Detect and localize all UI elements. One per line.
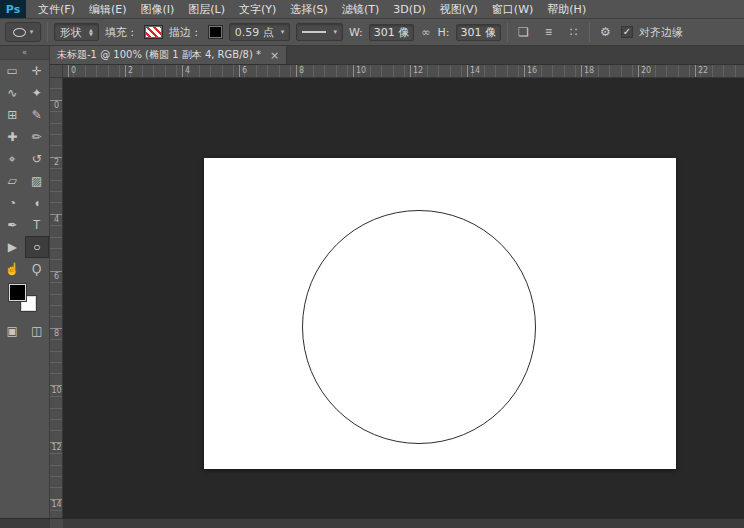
ruler-label: 0	[68, 65, 76, 78]
ruler-label: 20	[638, 65, 651, 78]
ruler-label: 4	[50, 214, 63, 225]
ruler-label: 2	[125, 65, 133, 78]
hand-tool[interactable]: ☝	[0, 258, 25, 280]
rectangular-marquee-tool[interactable]: ▭	[0, 60, 25, 82]
menu-item[interactable]: 编辑(E)	[82, 2, 134, 17]
blur-tool[interactable]: ◔	[0, 192, 25, 214]
pen-tool[interactable]: ✒	[0, 214, 25, 236]
tool-preset-picker[interactable]: ▾	[5, 22, 41, 42]
gradient-tool[interactable]: ▨	[25, 170, 50, 192]
menu-item[interactable]: 3D(D)	[386, 3, 433, 16]
healing-brush-tool[interactable]: ✚	[0, 126, 25, 148]
align-edges-checkbox[interactable]: ✓	[621, 26, 633, 38]
canvas-viewport[interactable]	[63, 78, 744, 528]
height-label: H:	[438, 26, 450, 39]
scrollbar-corner	[50, 519, 63, 528]
ruler-label: 4	[182, 65, 190, 78]
tool-buttons: ▭✛∿✦⊞✎✚✏⌖↺▱▨◔◖✒T▶○☝Ϙ	[0, 60, 49, 280]
dodge-tool[interactable]: ◖	[25, 192, 50, 214]
document-area: 未标题-1 @ 100% (椭圆 1 副本 4, RGB/8) * × 0246…	[50, 46, 744, 528]
stroke-width-select[interactable]: 0.59 点 ▾	[229, 23, 291, 41]
screen-mode-button[interactable]: ◫	[25, 320, 50, 342]
eyedropper-tool[interactable]: ✎	[25, 104, 50, 126]
move-tool[interactable]: ✛	[25, 60, 50, 82]
menu-item[interactable]: 文字(Y)	[232, 2, 283, 17]
path-operations-button[interactable]: ❏	[514, 23, 533, 42]
gear-icon[interactable]: ⚙	[596, 23, 615, 42]
quick-selection-tool[interactable]: ✦	[25, 82, 50, 104]
color-swatches	[9, 284, 41, 316]
toolbar-extra-buttons: ▣◫	[0, 320, 49, 342]
divider	[507, 22, 508, 42]
ruler-label: 14	[467, 65, 480, 78]
ruler-label: 16	[524, 65, 537, 78]
menu-item[interactable]: 视图(V)	[433, 2, 485, 17]
ruler-label: 22	[695, 65, 708, 78]
shape-width-field[interactable]: 301 像	[369, 24, 415, 41]
tool-mode-select[interactable]: 形状 ▲▼	[54, 23, 99, 41]
menu-item[interactable]: 滤镜(T)	[335, 2, 386, 17]
chevron-down-icon: ▾	[333, 29, 337, 36]
document-canvas[interactable]	[204, 158, 676, 469]
divider	[589, 22, 590, 42]
stroke-width-value: 0.59 点	[235, 25, 274, 40]
photoshop-logo: Ps	[0, 0, 26, 18]
ellipse-shape	[302, 210, 536, 444]
clone-stamp-tool[interactable]: ⌖	[0, 148, 25, 170]
quick-mask-mode-button[interactable]: ▣	[0, 320, 25, 342]
document-tab-title: 未标题-1 @ 100% (椭圆 1 副本 4, RGB/8) *	[57, 48, 261, 62]
ruler-label: 12	[50, 442, 63, 453]
type-tool[interactable]: T	[25, 214, 50, 236]
workspace: « ▭✛∿✦⊞✎✚✏⌖↺▱▨◔◖✒T▶○☝Ϙ ▣◫ 未标题-1 @ 100% (…	[0, 46, 744, 528]
foreground-color-swatch[interactable]	[9, 284, 26, 301]
path-alignment-button[interactable]: ≡	[539, 23, 558, 42]
ruler-label: 2	[50, 157, 63, 168]
chevron-down-icon: ▾	[281, 29, 285, 36]
stroke-color-swatch[interactable]	[208, 25, 223, 39]
ruler-label: 12	[410, 65, 423, 78]
document-tab-bar: 未标题-1 @ 100% (椭圆 1 副本 4, RGB/8) * ×	[50, 46, 744, 65]
shape-height-field[interactable]: 301 像	[456, 24, 502, 41]
vertical-ruler[interactable]: 02468101214	[50, 78, 63, 528]
lasso-tool[interactable]: ∿	[0, 82, 25, 104]
ruler-label: 6	[239, 65, 247, 78]
ruler-origin-corner[interactable]	[50, 65, 63, 78]
status-bar	[0, 518, 744, 528]
crop-tool[interactable]: ⊞	[0, 104, 25, 126]
stroke-label: 描边：	[169, 25, 202, 40]
menu-item[interactable]: 帮助(H)	[540, 2, 593, 17]
menu-item[interactable]: 图层(L)	[181, 2, 232, 17]
path-arrangement-button[interactable]: ∷	[564, 23, 583, 42]
menu-item[interactable]: 图像(I)	[133, 2, 181, 17]
close-icon[interactable]: ×	[270, 50, 279, 61]
ruler-label: 8	[296, 65, 304, 78]
ruler-label: 18	[581, 65, 594, 78]
ruler-label: 14	[50, 499, 63, 510]
fill-color-swatch[interactable]	[144, 25, 163, 39]
menu-item[interactable]: 窗口(W)	[485, 2, 540, 17]
ruler-label: 8	[50, 328, 63, 339]
width-label: W:	[349, 26, 363, 39]
menu-item[interactable]: 文件(F)	[31, 2, 82, 17]
collapse-toolbar-button[interactable]: «	[0, 46, 49, 60]
menu-items: 文件(F)编辑(E)图像(I)图层(L)文字(Y)选择(S)滤镜(T)3D(D)…	[31, 0, 593, 18]
ellipse-tool-icon	[13, 28, 26, 37]
stroke-type-select[interactable]: ▾	[296, 23, 343, 41]
horizontal-ruler[interactable]: 0246810121416182022	[63, 65, 744, 78]
ruler-label: 0	[50, 100, 63, 111]
tool-options-bar: ▾ 形状 ▲▼ 填充： 描边： 0.59 点 ▾ ▾ W: 301 像 ∞ H:…	[0, 19, 744, 46]
link-dimensions-icon[interactable]: ∞	[420, 26, 431, 39]
history-brush-tool[interactable]: ↺	[25, 148, 50, 170]
divider	[47, 22, 48, 42]
document-tab[interactable]: 未标题-1 @ 100% (椭圆 1 副本 4, RGB/8) * ×	[50, 46, 287, 64]
path-selection-tool[interactable]: ▶	[0, 236, 25, 258]
brush-tool[interactable]: ✏	[25, 126, 50, 148]
eraser-tool[interactable]: ▱	[0, 170, 25, 192]
zoom-tool[interactable]: Ϙ	[25, 258, 50, 280]
ruler-label: 10	[353, 65, 366, 78]
menu-bar: Ps 文件(F)编辑(E)图像(I)图层(L)文字(Y)选择(S)滤镜(T)3D…	[0, 0, 744, 19]
ellipse-shape-tool[interactable]: ○	[25, 236, 50, 258]
align-edges-label: 对齐边缘	[639, 25, 683, 40]
menu-item[interactable]: 选择(S)	[283, 2, 335, 17]
solid-line-icon	[302, 31, 326, 33]
